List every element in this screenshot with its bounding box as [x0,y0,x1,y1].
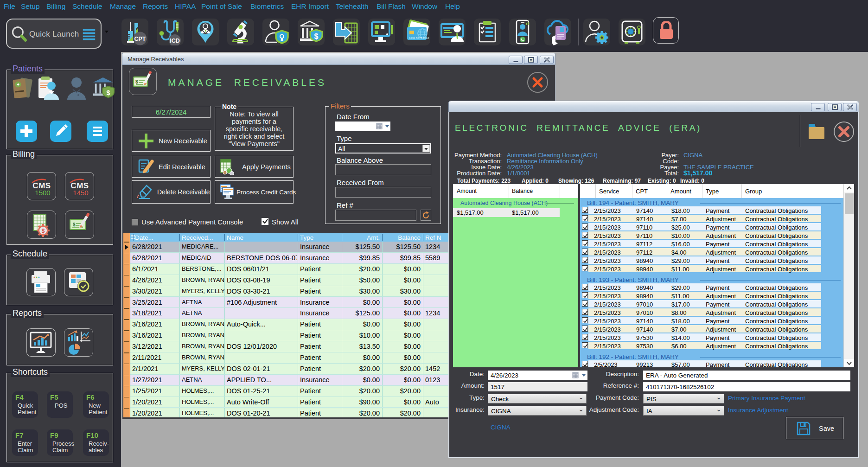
svg-text:1450: 1450 [73,189,88,197]
svg-text:$: $ [135,79,138,84]
svg-text:$: $ [73,222,76,227]
svg-text:CPT: CPT [134,36,146,42]
svg-text:ICD: ICD [170,38,180,44]
svg-text:$: $ [42,228,45,234]
svg-text:1500: 1500 [35,189,50,197]
svg-text:1234 5678 9012 1123: 1234 5678 9012 1123 [409,37,430,39]
svg-text:$: $ [107,89,110,96]
svg-text:$: $ [314,32,319,40]
